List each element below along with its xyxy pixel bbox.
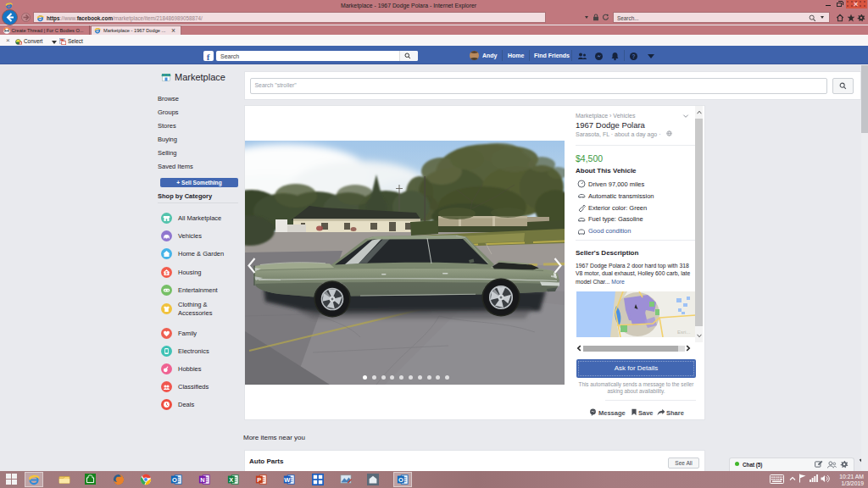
- svg-text:O: O: [172, 476, 177, 484]
- svg-text:X: X: [229, 476, 233, 484]
- svg-text:?: ?: [632, 53, 636, 58]
- svg-text:Esri...: Esri...: [677, 330, 691, 335]
- svg-text:P: P: [257, 476, 261, 484]
- svg-text:N: N: [200, 476, 204, 484]
- svg-text:O: O: [398, 476, 403, 484]
- svg-text:W: W: [284, 476, 290, 484]
